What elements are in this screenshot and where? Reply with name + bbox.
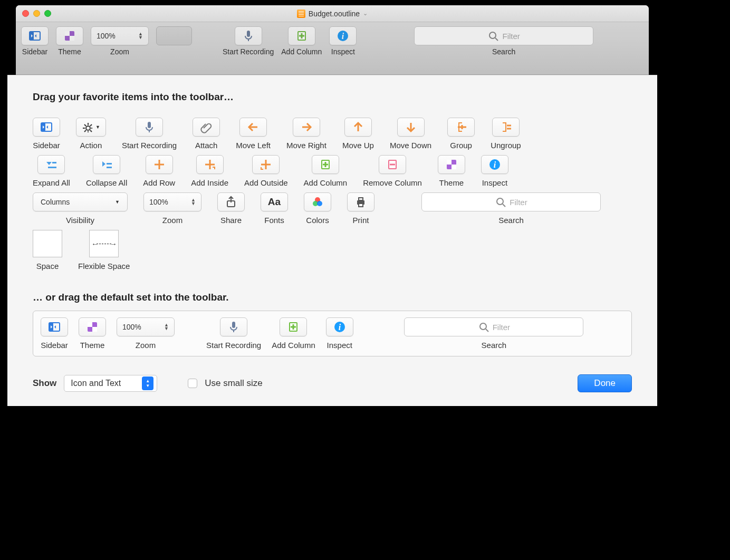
fonts-icon: Aa (268, 196, 281, 208)
arrow-left-icon (247, 121, 260, 133)
def-zoom[interactable]: 100% ▲▼ (117, 317, 175, 336)
pal-move-down[interactable] (397, 118, 425, 137)
pal-group[interactable] (447, 118, 475, 137)
pal-colors[interactable] (304, 192, 331, 211)
plus-inside-icon (204, 158, 216, 171)
colors-icon (311, 196, 324, 208)
pal-move-up[interactable] (344, 118, 372, 137)
theme-label: Theme (58, 47, 81, 56)
titlebar: Budget.ooutline ⌄ (16, 5, 649, 22)
sheet-footer: Show Icon and Text ▲▼ Use small size Don… (33, 356, 632, 392)
plus-icon (153, 158, 166, 171)
theme-button[interactable] (56, 26, 83, 45)
start-recording-label: Start Recording (223, 47, 274, 56)
toolbar: Sidebar Theme 100% ▲▼ Zoom Start Recordi… (16, 22, 649, 75)
flexible-space-icon (91, 240, 117, 248)
show-label: Show (33, 378, 56, 389)
def-sidebar[interactable] (41, 317, 68, 336)
window-title: Budget.ooutline (309, 9, 360, 18)
pal-move-right[interactable] (293, 118, 320, 137)
collapse-icon (100, 159, 113, 170)
title-menu-chevron-icon[interactable]: ⌄ (363, 10, 368, 17)
done-button[interactable]: Done (578, 374, 632, 392)
search-icon (478, 321, 489, 333)
inspect-label: Inspect (331, 47, 355, 56)
inspect-button[interactable] (329, 26, 357, 45)
use-small-size-checkbox[interactable] (188, 379, 197, 388)
ungroup-icon (500, 121, 512, 133)
add-column-button[interactable] (288, 26, 315, 45)
chevron-down-icon: ▼ (95, 124, 100, 130)
default-toolbar-set[interactable]: Sidebar Theme 100% ▲▼ Zoom Start Recordi… (33, 311, 632, 356)
zoom-label: Zoom (110, 47, 129, 56)
use-small-size-label: Use small size (205, 378, 263, 389)
search-icon (495, 196, 506, 208)
pal-share[interactable] (217, 192, 245, 211)
stepper-icon: ▲▼ (138, 32, 143, 40)
stepper-icon: ▲▼ (164, 323, 169, 331)
gear-icon (82, 122, 92, 132)
pal-expand-all[interactable] (37, 155, 65, 174)
pal-add-row[interactable] (146, 155, 173, 174)
search-label: Search (492, 47, 515, 56)
paperclip-icon (200, 121, 213, 133)
pal-remove-column[interactable] (379, 155, 406, 174)
pal-space[interactable] (33, 230, 62, 257)
pal-inspect[interactable] (481, 155, 508, 174)
document-icon (297, 9, 305, 18)
def-add-column[interactable] (280, 317, 307, 336)
pal-theme[interactable] (438, 155, 465, 174)
search-field[interactable]: Filter (414, 26, 593, 45)
expand-icon (45, 159, 57, 170)
pal-attach[interactable] (193, 118, 220, 137)
toolbar-drop-area[interactable] (156, 26, 192, 45)
pal-sidebar[interactable] (33, 118, 60, 137)
pal-search[interactable]: Filter (421, 192, 601, 211)
arrow-right-icon (300, 121, 313, 133)
print-icon (354, 196, 367, 208)
pal-collapse-all[interactable] (93, 155, 120, 174)
pal-fonts[interactable]: Aa (261, 192, 288, 211)
customize-toolbar-sheet: Drag your favorite items into the toolba… (7, 75, 657, 406)
zoom-value: 100% (97, 32, 116, 40)
def-start-recording[interactable] (220, 317, 247, 336)
def-inspect[interactable] (326, 317, 353, 336)
show-mode-value: Icon and Text (71, 379, 121, 388)
start-recording-button[interactable] (235, 26, 262, 45)
share-icon (225, 196, 237, 208)
pal-ungroup[interactable] (492, 118, 520, 137)
pal-add-column[interactable] (312, 155, 339, 174)
def-theme[interactable] (79, 317, 106, 336)
sheet-subheading: … or drag the default set into the toolb… (33, 292, 632, 303)
remove-column-icon (386, 158, 399, 171)
pal-start-recording[interactable] (136, 118, 163, 137)
chevron-down-icon: ▼ (115, 199, 120, 205)
zoom-stepper[interactable]: 100% ▲▼ (91, 26, 149, 45)
group-icon (455, 121, 467, 133)
search-placeholder: Filter (502, 32, 520, 41)
pal-flexible-space[interactable] (89, 230, 119, 257)
pal-print[interactable] (347, 192, 374, 211)
pal-visibility[interactable]: Columns ▼ (33, 192, 128, 211)
arrow-down-icon (405, 121, 417, 133)
plus-outside-icon (260, 158, 272, 171)
arrow-up-icon (352, 121, 364, 133)
add-column-label: Add Column (281, 47, 322, 56)
sidebar-button[interactable] (21, 26, 49, 45)
sidebar-label: Sidebar (22, 47, 47, 56)
pal-action[interactable]: ▼ (76, 118, 106, 137)
show-mode-select[interactable]: Icon and Text ▲▼ (64, 375, 157, 392)
pal-add-outside[interactable] (252, 155, 280, 174)
stepper-icon: ▲▼ (191, 198, 196, 206)
sheet-heading: Drag your favorite items into the toolba… (33, 91, 632, 103)
visibility-value: Columns (41, 198, 70, 206)
pal-zoom[interactable]: 100% ▲▼ (143, 192, 201, 211)
search-icon (487, 30, 499, 42)
select-arrows-icon: ▲▼ (142, 376, 153, 390)
pal-move-left[interactable] (239, 118, 267, 137)
def-search[interactable]: Filter (404, 317, 583, 336)
app-window: Budget.ooutline ⌄ Sidebar Theme 100% ▲▼ … (16, 5, 649, 406)
pal-add-inside[interactable] (196, 155, 224, 174)
